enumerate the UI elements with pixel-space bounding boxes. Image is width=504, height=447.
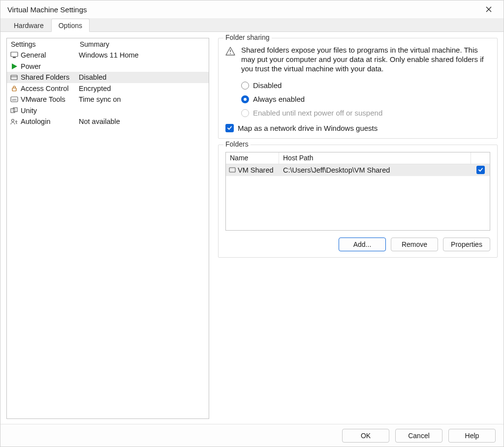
settings-item-label: VMware Tools — [21, 95, 79, 103]
folders-group: Folders Name Host Path VM Shared — [218, 145, 498, 258]
folders-col-path[interactable]: Host Path — [279, 152, 471, 164]
tabstrip: Hardware Options — [0, 18, 504, 32]
radio-until-poweroff: Enabled until next power off or suspend — [241, 106, 490, 120]
folder-buttons: Add... Remove Properties — [225, 238, 490, 251]
window-title: Virtual Machine Settings — [7, 5, 87, 14]
folder-sharing-title: Folder sharing — [223, 33, 272, 41]
folders-title: Folders — [223, 140, 251, 148]
vmtools-icon: vm — [10, 95, 19, 103]
svg-rect-3 — [11, 75, 17, 80]
settings-item-summary: Not available — [79, 118, 205, 125]
warning-text: Shared folders expose your files to prog… — [241, 45, 490, 74]
settings-item-summary: Disabled — [79, 73, 205, 81]
titlebar: Virtual Machine Settings — [0, 0, 504, 18]
radio-icon — [241, 82, 249, 89]
cancel-button[interactable]: Cancel — [395, 429, 442, 443]
settings-rows: General Windows 11 Home Power Shared Fol… — [7, 50, 209, 127]
map-network-drive-row[interactable]: Map as a network drive in Windows guests — [225, 124, 490, 132]
play-icon — [10, 62, 19, 70]
folders-col-name[interactable]: Name — [226, 152, 279, 164]
radio-icon — [241, 95, 249, 103]
dialog-body: Settings Summary General Windows 11 Home… — [0, 32, 504, 424]
settings-item-summary: Time sync on — [79, 95, 205, 103]
folders-table-row[interactable]: VM Shared C:\Users\Jeff\Desktop\VM Share… — [226, 164, 490, 176]
settings-item-general[interactable]: General Windows 11 Home — [7, 50, 209, 61]
folder-properties-button[interactable]: Properties — [443, 238, 490, 251]
settings-item-label: General — [21, 51, 79, 59]
ok-button[interactable]: OK — [342, 429, 389, 443]
right-panel: Folder sharing Shared folders expose you… — [218, 38, 498, 419]
folders-table-header: Name Host Path — [226, 152, 490, 164]
radio-label: Enabled until next power off or suspend — [253, 109, 382, 117]
radio-always-enabled[interactable]: Always enabled — [241, 92, 490, 106]
svg-rect-4 — [12, 88, 16, 91]
svg-rect-12 — [230, 50, 231, 52]
settings-item-power[interactable]: Power — [7, 61, 209, 72]
dialog-footer: OK Cancel Help — [0, 424, 504, 447]
vm-settings-window: Virtual Machine Settings Hardware Option… — [0, 0, 504, 447]
settings-item-label: Access Control — [21, 85, 79, 92]
warning-icon — [225, 46, 235, 56]
settings-item-summary: Encrypted — [79, 85, 205, 92]
settings-list-header: Settings Summary — [7, 38, 209, 50]
svg-point-10 — [16, 121, 17, 122]
folder-share-icon — [10, 73, 19, 81]
settings-item-shared-folders[interactable]: Shared Folders Disabled — [7, 72, 209, 83]
svg-rect-14 — [229, 168, 235, 172]
close-icon — [485, 6, 492, 13]
svg-rect-7 — [11, 109, 15, 113]
svg-text:vm: vm — [12, 98, 17, 101]
settings-item-label: Shared Folders — [21, 73, 79, 81]
svg-rect-1 — [13, 57, 16, 58]
svg-marker-2 — [12, 63, 17, 69]
folder-icon — [229, 167, 236, 173]
folder-sharing-group: Folder sharing Shared folders expose you… — [218, 38, 498, 139]
help-button[interactable]: Help — [448, 429, 496, 443]
folder-row-path: C:\Users\Jeff\Desktop\VM Shared — [279, 166, 471, 174]
settings-item-summary: Windows 11 Home — [79, 51, 205, 59]
add-folder-button[interactable]: Add... — [339, 238, 386, 251]
autologin-icon — [10, 118, 19, 125]
folder-row-name: VM Shared — [238, 166, 274, 174]
svg-rect-0 — [11, 52, 18, 57]
checkbox-icon — [225, 124, 234, 132]
radio-icon — [241, 109, 249, 117]
folder-enabled-checkbox[interactable] — [476, 166, 485, 174]
folders-table: Name Host Path VM Shared C:\Users\Jeff\D… — [225, 152, 490, 231]
settings-item-autologin[interactable]: Autologin Not available — [7, 116, 209, 127]
monitor-icon — [10, 51, 19, 59]
radio-disabled[interactable]: Disabled — [241, 79, 490, 92]
settings-item-label: Autologin — [21, 118, 79, 125]
tab-options[interactable]: Options — [51, 19, 90, 32]
settings-item-access-control[interactable]: Access Control Encrypted — [7, 83, 209, 94]
svg-rect-8 — [13, 108, 17, 112]
settings-item-label: Power — [21, 62, 79, 70]
folders-col-enabled[interactable] — [471, 152, 490, 164]
radio-label: Always enabled — [253, 95, 305, 103]
settings-col-header: Settings — [11, 40, 80, 48]
remove-folder-button[interactable]: Remove — [391, 238, 438, 251]
settings-list: Settings Summary General Windows 11 Home… — [6, 38, 209, 419]
radio-label: Disabled — [253, 81, 282, 89]
svg-rect-13 — [230, 53, 231, 54]
sharing-radio-group: Disabled Always enabled Enabled until ne… — [241, 79, 490, 120]
map-network-drive-label: Map as a network drive in Windows guests — [238, 124, 378, 132]
warning-row: Shared folders expose your files to prog… — [225, 45, 490, 74]
close-button[interactable] — [479, 2, 499, 17]
tab-hardware[interactable]: Hardware — [6, 19, 51, 32]
settings-item-label: Unity — [21, 107, 79, 115]
settings-item-unity[interactable]: Unity — [7, 105, 209, 117]
summary-col-header: Summary — [80, 40, 109, 48]
svg-point-9 — [12, 119, 14, 122]
unity-icon — [10, 107, 19, 115]
lock-icon — [10, 85, 19, 92]
settings-item-vmware-tools[interactable]: vm VMware Tools Time sync on — [7, 94, 209, 105]
